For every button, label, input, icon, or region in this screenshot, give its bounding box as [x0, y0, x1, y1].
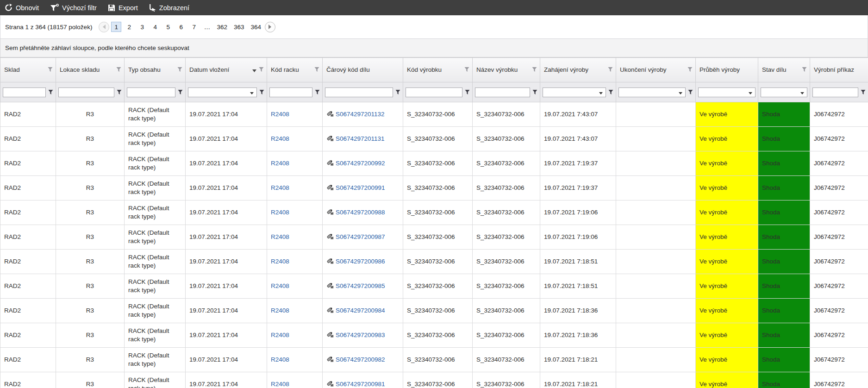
page-button-2[interactable]: 2 [124, 22, 134, 32]
header-filter-icon[interactable] [802, 67, 807, 74]
filter-input-carovy_kod_dilu[interactable] [325, 88, 393, 97]
column-header-nazev_vyrobku[interactable]: Název výrobku [473, 58, 540, 82]
next-page-button[interactable] [265, 22, 275, 32]
filter-funnel-button-kod_racku[interactable] [315, 89, 320, 95]
page-button-362[interactable]: 362 [215, 22, 229, 32]
barcode-link[interactable]: S0674297200982 [336, 356, 385, 364]
column-header-sklad[interactable]: Sklad [0, 58, 56, 82]
group-panel[interactable]: Sem přetáhněte záhlaví sloupce, podle kt… [0, 39, 868, 57]
default-filter-button[interactable]: Výchozí filtr [50, 4, 97, 12]
kod_racku-link[interactable]: R2408 [271, 381, 289, 388]
kod_racku-link[interactable]: R2408 [271, 258, 289, 265]
filter-funnel-button-nazev_vyrobku[interactable] [532, 89, 537, 95]
header-filter-icon[interactable] [259, 67, 264, 74]
column-header-typ_obsahu[interactable]: Typ obsahu [125, 58, 186, 82]
cell-lokace_skladu: R3 [56, 225, 125, 250]
kod_racku-link[interactable]: R2408 [271, 356, 289, 363]
column-header-prubeh_vyroby[interactable]: Průběh výroby [696, 58, 758, 82]
filter-combo-ukonceni_vyroby[interactable] [618, 88, 686, 97]
barcode-link[interactable]: S0674297201131 [336, 135, 385, 143]
header-filter-icon[interactable] [177, 67, 182, 74]
header-filter-icon[interactable] [314, 67, 319, 74]
header-filter-icon[interactable] [48, 67, 53, 74]
filter-funnel-button-vyrobni_prikaz[interactable] [861, 89, 866, 95]
cell-lokace_skladu: R3 [56, 299, 125, 323]
barcode-link[interactable]: S0674297200985 [336, 282, 385, 290]
kod_racku-link[interactable]: R2408 [271, 332, 289, 338]
filter-funnel-button-zahajeni_vyroby[interactable] [608, 89, 613, 95]
filter-input-sklad[interactable] [3, 88, 46, 97]
column-header-stav_dilu[interactable]: Stav dílu [758, 58, 810, 82]
barcode-link[interactable]: S0674297200986 [336, 257, 385, 266]
kod_racku-link[interactable]: R2408 [271, 282, 289, 289]
barcode-link[interactable]: S0674297200981 [336, 380, 385, 388]
filter-combo-datum_vlozeni[interactable] [188, 88, 257, 97]
column-header-zahajeni_vyroby[interactable]: Zahájení výroby [540, 58, 616, 82]
cell-nazev_vyrobku: S_32340732-006 [473, 274, 540, 299]
filter-funnel-button-sklad[interactable] [48, 89, 53, 95]
kod_racku-link[interactable]: R2408 [271, 233, 289, 240]
filter-funnel-button-lokace_skladu[interactable] [117, 89, 122, 95]
page-button-363[interactable]: 363 [232, 22, 246, 32]
barcode-link[interactable]: S0674297200988 [336, 208, 385, 217]
kod_racku-link[interactable]: R2408 [271, 135, 289, 142]
barcode-link[interactable]: S0674297200991 [336, 184, 385, 192]
pointer-icon [149, 4, 156, 12]
header-filter-icon[interactable] [532, 67, 537, 74]
page-button-6[interactable]: 6 [176, 22, 186, 32]
column-header-ukonceni_vyroby[interactable]: Ukončení výroby [616, 58, 696, 82]
filter-input-typ_obsahu[interactable] [127, 88, 175, 97]
filter-funnel-button-ukonceni_vyroby[interactable] [688, 89, 693, 95]
filter-input-kod_vyrobku[interactable] [406, 88, 462, 97]
filter-input-nazev_vyrobku[interactable] [475, 88, 530, 97]
header-filter-icon[interactable] [608, 67, 613, 74]
page-button-1[interactable]: 1 [111, 22, 121, 32]
page-button-7[interactable]: 7 [189, 22, 199, 32]
barcode-link[interactable]: S0674297201132 [336, 110, 385, 119]
barcode-link[interactable]: S0674297200984 [336, 307, 385, 315]
filter-funnel-button-carovy_kod_dilu[interactable] [395, 89, 400, 95]
filter-input-vyrobni_prikaz[interactable] [812, 88, 858, 97]
cell-sklad: RAD2 [0, 372, 56, 388]
page-button-5[interactable]: 5 [163, 22, 173, 32]
cell-carovy_kod_dilu: S0674297200983 [323, 323, 403, 348]
refresh-button[interactable]: Obnovit [5, 4, 39, 12]
barcode-link[interactable]: S0674297200983 [336, 331, 385, 339]
column-header-datum_vlozeni[interactable]: Datum vložení [186, 58, 267, 82]
column-header-carovy_kod_dilu[interactable]: Čárový kód dílu [323, 58, 403, 82]
column-header-kod_vyrobku[interactable]: Kód výrobku [403, 58, 473, 82]
header-filter-icon[interactable] [687, 67, 693, 74]
kod_racku-link[interactable]: R2408 [271, 307, 289, 314]
filter-combo-zahajeni_vyroby[interactable] [543, 88, 606, 97]
filter-combo-stav_dilu[interactable] [761, 88, 807, 97]
barcode-link[interactable]: S0674297200992 [336, 159, 385, 168]
filter-funnel-button-typ_obsahu[interactable] [178, 89, 183, 95]
column-header-lokace_skladu[interactable]: Lokace skladu [56, 58, 125, 82]
filter-input-kod_racku[interactable] [269, 88, 312, 97]
page-button-4[interactable]: 4 [150, 22, 160, 32]
page-button-364[interactable]: 364 [249, 22, 263, 32]
export-button[interactable]: Export [108, 4, 138, 12]
filter-funnel-button-datum_vlozeni[interactable] [259, 89, 264, 95]
column-header-vyrobni_prikaz[interactable]: Výrobní příkaz [810, 58, 868, 82]
kod_racku-link[interactable]: R2408 [271, 111, 289, 118]
kod_racku-link[interactable]: R2408 [271, 184, 289, 191]
kod_racku-link[interactable]: R2408 [271, 209, 289, 216]
column-header-kod_racku[interactable]: Kód racku [267, 58, 323, 82]
header-filter-icon[interactable] [464, 67, 469, 74]
header-filter-icon[interactable] [116, 67, 121, 74]
cell-kod_racku: R2408 [267, 200, 323, 225]
cell-zahajeni_vyroby: 19.07.2021 7:19:37 [540, 176, 616, 200]
cell-prubeh_vyroby: Ve výrobě [696, 127, 758, 151]
prev-page-button[interactable] [99, 22, 109, 32]
barcode-link[interactable]: S0674297200987 [336, 233, 385, 241]
filter-input-lokace_skladu[interactable] [58, 88, 114, 97]
barcode-scanner-icon [326, 257, 335, 267]
filter-combo-prubeh_vyroby[interactable] [698, 88, 756, 97]
page-button-3[interactable]: 3 [137, 22, 147, 32]
filter-funnel-button-kod_vyrobku[interactable] [465, 89, 470, 95]
kod_racku-link[interactable]: R2408 [271, 160, 289, 167]
view-button[interactable]: Zobrazení [149, 4, 189, 12]
cell-lokace_skladu: R3 [56, 176, 125, 200]
column-label: Stav dílu [762, 66, 799, 74]
